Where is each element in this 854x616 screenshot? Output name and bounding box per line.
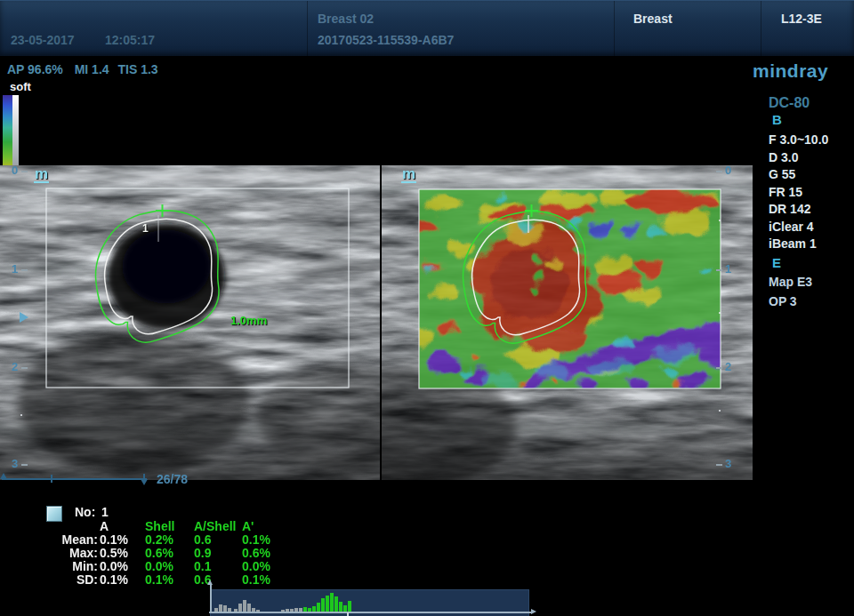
ruler-right-2: 2: [725, 360, 731, 373]
ruler-left-2: 2: [12, 360, 18, 373]
ruler-tick: [21, 464, 28, 466]
orientation-marker-left: m: [34, 167, 49, 183]
elasto-mode-label: E: [772, 255, 781, 270]
table-row-sd: SD: 0.1% 0.1% 0.6 0.1%: [0, 573, 356, 587]
ruler-tick: [21, 171, 28, 172]
histogram-bar: [317, 603, 320, 612]
cell-value: 0.9: [194, 547, 211, 560]
histogram-bar: [243, 600, 246, 612]
ruler-tick: [716, 269, 722, 271]
histogram-cursor-tick: [347, 612, 349, 616]
ruler-tick: [21, 269, 28, 271]
param-frequency: F 3.0~10.0: [769, 132, 828, 149]
topbar-divider: [614, 1, 615, 56]
cine-position-arrow-icon[interactable]: [141, 479, 148, 485]
cell-value: 0.2%: [145, 533, 173, 547]
row-label: SD:: [27, 573, 98, 587]
param-iclear: iClear 4: [769, 219, 828, 236]
lesion-hypoechoic-mass: [108, 223, 225, 330]
histogram-bar: [348, 601, 351, 612]
cell-value: 0.1%: [100, 533, 128, 547]
histogram-y-axis: [210, 584, 212, 612]
bmode-image: [0, 160, 380, 484]
top-bar: 23-05-2017 12:05:17 Breast 02 20170523-1…: [0, 0, 854, 56]
histogram-bar: [247, 604, 251, 612]
col-header-a-prime: A': [242, 520, 254, 533]
param-depth: D 3.0: [769, 149, 828, 167]
caliper-number: 1: [142, 222, 149, 235]
ruler-right-3: 3: [725, 457, 731, 470]
results-header-row: A Shell A/Shell A': [0, 520, 356, 533]
cine-mark-tick[interactable]: [51, 475, 52, 483]
patient-id: 20170523-115539-A6B7: [318, 33, 454, 47]
topbar-divider: [761, 1, 761, 56]
exam-date: 23-05-2017: [11, 33, 75, 47]
cell-value: 0.6%: [242, 547, 270, 560]
table-row-max: Max: 0.5% 0.6% 0.9 0.6%: [0, 547, 356, 560]
bmode-label: B: [772, 112, 782, 127]
ruler-half-dot: [719, 312, 721, 314]
mi-value: MI 1.4: [75, 62, 109, 76]
shell-thickness-label: 1.0mm: [230, 314, 267, 327]
topbar-divider: [307, 1, 308, 56]
ruler-right-1: 1: [725, 262, 731, 276]
cine-scrollbar[interactable]: [2, 478, 147, 480]
histogram-x-arrow-icon: [531, 609, 536, 614]
col-header-a-shell: A/Shell: [194, 520, 236, 533]
tis-value: TIS 1.3: [117, 62, 157, 76]
acoustic-output-readout: AP 96.6% MI 1.4 TIS 1.3: [7, 62, 158, 76]
ruler-left-1: 1: [12, 262, 18, 276]
result-no-value: 1: [101, 506, 109, 519]
param-gain: G 55: [769, 166, 828, 184]
cell-value: 0.5%: [100, 547, 128, 560]
ruler-left-0: 0: [12, 164, 18, 177]
histogram-bar: [321, 598, 325, 612]
frame-counter: 26/78: [157, 472, 188, 486]
histogram-bar: [339, 602, 342, 612]
ruler-right-0: 0: [725, 164, 731, 177]
table-row-min: Min: 0.0% 0.0% 0.1 0.0%: [0, 560, 356, 573]
param-op: OP 3: [769, 292, 812, 312]
col-header-a: A: [100, 520, 109, 533]
cell-value: 0.1%: [242, 573, 270, 587]
bmode-params: F 3.0~10.0 D 3.0 G 55 FR 15 DR 142 iClea…: [769, 132, 828, 253]
histogram-bar: [238, 604, 242, 612]
cell-value: 0.1%: [242, 533, 270, 547]
exam-name: Breast 02: [318, 12, 374, 26]
histogram-bar: [223, 605, 227, 612]
param-map: Map E3: [769, 273, 812, 292]
focus-marker-icon[interactable]: [20, 312, 28, 323]
cell-value: 0.0%: [145, 560, 173, 573]
ruler-tick: [716, 464, 722, 466]
system-model: DC-80: [769, 95, 810, 111]
ruler-half-dot: [719, 410, 721, 412]
result-no-label: No:: [75, 506, 95, 519]
exam-preset: Breast: [633, 12, 673, 26]
ruler-half-dot: [20, 414, 22, 416]
ruler-left-3: 3: [12, 457, 18, 470]
row-label: Max:: [27, 547, 98, 560]
cine-start-marker[interactable]: [0, 473, 7, 479]
ap-value: AP 96.6%: [7, 62, 63, 76]
cell-value: 0.0%: [100, 560, 128, 573]
cell-value: 0.6: [194, 533, 211, 547]
histogram-bar: [343, 605, 347, 612]
elasto-soft-label: soft: [10, 80, 31, 93]
orientation-marker-right: m: [401, 167, 416, 183]
row-label: Mean:: [27, 533, 98, 547]
param-ibeam: iBeam 1: [769, 236, 828, 253]
cell-value: 0.1: [194, 560, 211, 573]
ruler-tick: [716, 367, 722, 369]
row-label: Min:: [27, 560, 98, 573]
elasto-overlay: [410, 180, 729, 397]
exam-time: 12:05:17: [105, 33, 155, 47]
param-framerate: FR 15: [769, 184, 828, 202]
histogram-x-axis: [209, 612, 531, 613]
cell-value: 0.1%: [100, 573, 128, 587]
histogram-bar: [330, 593, 334, 612]
elasto-params: Map E3 OP 3: [769, 273, 812, 311]
cell-value: 0.1%: [145, 573, 173, 587]
ruler-half-dot: [719, 220, 721, 221]
mindray-logo: mindray: [753, 60, 828, 82]
ruler-tick: [21, 367, 28, 369]
